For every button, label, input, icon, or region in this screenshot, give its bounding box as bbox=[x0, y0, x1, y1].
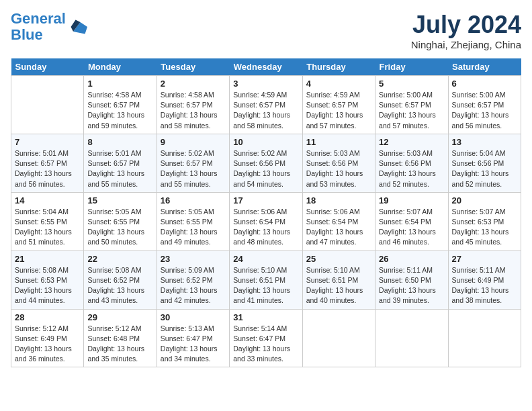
day-cell: 11Sunrise: 5:03 AM Sunset: 6:56 PM Dayli… bbox=[302, 134, 375, 192]
day-number: 23 bbox=[161, 254, 226, 264]
day-number: 17 bbox=[233, 195, 298, 205]
day-number: 14 bbox=[15, 195, 80, 205]
day-cell: 3Sunrise: 4:59 AM Sunset: 6:57 PM Daylig… bbox=[230, 76, 302, 134]
day-number: 4 bbox=[306, 79, 371, 89]
logo-line2: Blue bbox=[11, 26, 43, 43]
day-number: 21 bbox=[15, 254, 80, 264]
day-cell: 26Sunrise: 5:11 AM Sunset: 6:50 PM Dayli… bbox=[375, 250, 448, 309]
day-number: 9 bbox=[161, 137, 226, 147]
day-number: 27 bbox=[452, 254, 517, 264]
day-cell: 30Sunrise: 5:13 AM Sunset: 6:47 PM Dayli… bbox=[157, 309, 229, 367]
weekday-header-row: SundayMondayTuesdayWednesdayThursdayFrid… bbox=[11, 58, 521, 76]
day-number: 24 bbox=[233, 254, 298, 264]
day-info: Sunrise: 5:02 AM Sunset: 6:57 PM Dayligh… bbox=[161, 148, 226, 189]
day-cell: 4Sunrise: 4:59 AM Sunset: 6:57 PM Daylig… bbox=[302, 76, 375, 134]
logo-icon bbox=[69, 17, 87, 36]
weekday-header-sunday: Sunday bbox=[11, 58, 84, 76]
day-cell: 10Sunrise: 5:02 AM Sunset: 6:56 PM Dayli… bbox=[230, 134, 302, 192]
day-cell: 28Sunrise: 5:12 AM Sunset: 6:49 PM Dayli… bbox=[11, 309, 84, 367]
month-title: July 2024 bbox=[411, 11, 521, 39]
day-info: Sunrise: 5:07 AM Sunset: 6:54 PM Dayligh… bbox=[379, 207, 444, 248]
day-info: Sunrise: 5:05 AM Sunset: 6:55 PM Dayligh… bbox=[161, 207, 226, 248]
day-cell bbox=[375, 309, 448, 367]
day-cell: 14Sunrise: 5:04 AM Sunset: 6:55 PM Dayli… bbox=[11, 192, 84, 250]
day-info: Sunrise: 5:12 AM Sunset: 6:49 PM Dayligh… bbox=[15, 324, 80, 365]
day-number: 19 bbox=[379, 195, 444, 205]
day-cell: 7Sunrise: 5:01 AM Sunset: 6:57 PM Daylig… bbox=[11, 134, 84, 192]
day-number: 25 bbox=[306, 254, 371, 264]
day-number: 15 bbox=[87, 195, 152, 205]
day-cell: 17Sunrise: 5:06 AM Sunset: 6:54 PM Dayli… bbox=[230, 192, 302, 250]
day-number: 8 bbox=[87, 137, 152, 147]
week-row-4: 21Sunrise: 5:08 AM Sunset: 6:53 PM Dayli… bbox=[11, 250, 521, 309]
day-info: Sunrise: 5:13 AM Sunset: 6:47 PM Dayligh… bbox=[161, 324, 226, 365]
day-info: Sunrise: 5:10 AM Sunset: 6:51 PM Dayligh… bbox=[306, 265, 371, 306]
day-cell: 27Sunrise: 5:11 AM Sunset: 6:49 PM Dayli… bbox=[448, 250, 521, 309]
day-number: 30 bbox=[161, 312, 226, 322]
day-cell: 31Sunrise: 5:14 AM Sunset: 6:47 PM Dayli… bbox=[230, 309, 302, 367]
day-info: Sunrise: 5:10 AM Sunset: 6:51 PM Dayligh… bbox=[233, 265, 298, 306]
day-cell: 29Sunrise: 5:12 AM Sunset: 6:48 PM Dayli… bbox=[84, 309, 157, 367]
day-number: 7 bbox=[15, 137, 80, 147]
day-number: 31 bbox=[233, 312, 298, 322]
weekday-header-friday: Friday bbox=[375, 58, 448, 76]
day-info: Sunrise: 5:14 AM Sunset: 6:47 PM Dayligh… bbox=[233, 324, 298, 365]
day-cell: 19Sunrise: 5:07 AM Sunset: 6:54 PM Dayli… bbox=[375, 192, 448, 250]
day-cell: 2Sunrise: 4:58 AM Sunset: 6:57 PM Daylig… bbox=[157, 76, 229, 134]
day-number: 18 bbox=[306, 195, 371, 205]
day-cell: 24Sunrise: 5:10 AM Sunset: 6:51 PM Dayli… bbox=[230, 250, 302, 309]
day-info: Sunrise: 5:04 AM Sunset: 6:55 PM Dayligh… bbox=[15, 207, 80, 248]
logo-text: General Blue bbox=[11, 11, 66, 43]
day-number: 11 bbox=[306, 137, 371, 147]
day-number: 29 bbox=[87, 312, 152, 322]
day-info: Sunrise: 5:01 AM Sunset: 6:57 PM Dayligh… bbox=[87, 148, 152, 189]
title-block: July 2024 Ninghai, Zhejiang, China bbox=[411, 11, 521, 50]
day-number: 20 bbox=[452, 195, 517, 205]
day-cell bbox=[11, 76, 84, 134]
weekday-header-thursday: Thursday bbox=[302, 58, 375, 76]
day-number: 12 bbox=[379, 137, 444, 147]
location: Ninghai, Zhejiang, China bbox=[411, 39, 521, 50]
day-number: 16 bbox=[161, 195, 226, 205]
day-cell: 22Sunrise: 5:08 AM Sunset: 6:52 PM Dayli… bbox=[84, 250, 157, 309]
weekday-header-saturday: Saturday bbox=[448, 58, 521, 76]
logo: General Blue bbox=[11, 11, 87, 43]
day-number: 3 bbox=[233, 79, 298, 89]
day-info: Sunrise: 4:58 AM Sunset: 6:57 PM Dayligh… bbox=[87, 90, 152, 131]
day-info: Sunrise: 5:08 AM Sunset: 6:53 PM Dayligh… bbox=[15, 265, 80, 306]
day-number: 1 bbox=[87, 79, 152, 89]
day-info: Sunrise: 5:12 AM Sunset: 6:48 PM Dayligh… bbox=[87, 324, 152, 365]
day-cell: 1Sunrise: 4:58 AM Sunset: 6:57 PM Daylig… bbox=[84, 76, 157, 134]
day-info: Sunrise: 5:06 AM Sunset: 6:54 PM Dayligh… bbox=[233, 207, 298, 248]
day-cell: 13Sunrise: 5:04 AM Sunset: 6:56 PM Dayli… bbox=[448, 134, 521, 192]
page-header: General Blue July 2024 Ninghai, Zhejiang… bbox=[11, 11, 521, 50]
logo-line1: General bbox=[11, 10, 66, 27]
day-info: Sunrise: 5:06 AM Sunset: 6:54 PM Dayligh… bbox=[306, 207, 371, 248]
day-number: 28 bbox=[15, 312, 80, 322]
day-number: 6 bbox=[452, 79, 517, 89]
day-info: Sunrise: 5:03 AM Sunset: 6:56 PM Dayligh… bbox=[379, 148, 444, 189]
day-cell bbox=[302, 309, 375, 367]
day-number: 10 bbox=[233, 137, 298, 147]
day-number: 2 bbox=[161, 79, 226, 89]
day-cell: 18Sunrise: 5:06 AM Sunset: 6:54 PM Dayli… bbox=[302, 192, 375, 250]
day-info: Sunrise: 5:03 AM Sunset: 6:56 PM Dayligh… bbox=[306, 148, 371, 189]
day-cell: 12Sunrise: 5:03 AM Sunset: 6:56 PM Dayli… bbox=[375, 134, 448, 192]
weekday-header-monday: Monday bbox=[84, 58, 157, 76]
day-cell: 16Sunrise: 5:05 AM Sunset: 6:55 PM Dayli… bbox=[157, 192, 229, 250]
day-info: Sunrise: 5:09 AM Sunset: 6:52 PM Dayligh… bbox=[161, 265, 226, 306]
day-info: Sunrise: 5:11 AM Sunset: 6:50 PM Dayligh… bbox=[379, 265, 444, 306]
day-cell: 20Sunrise: 5:07 AM Sunset: 6:53 PM Dayli… bbox=[448, 192, 521, 250]
day-info: Sunrise: 5:11 AM Sunset: 6:49 PM Dayligh… bbox=[452, 265, 517, 306]
day-number: 13 bbox=[452, 137, 517, 147]
day-cell bbox=[448, 309, 521, 367]
day-info: Sunrise: 5:04 AM Sunset: 6:56 PM Dayligh… bbox=[452, 148, 517, 189]
day-info: Sunrise: 4:58 AM Sunset: 6:57 PM Dayligh… bbox=[161, 90, 226, 131]
day-info: Sunrise: 5:01 AM Sunset: 6:57 PM Dayligh… bbox=[15, 148, 80, 189]
day-cell: 9Sunrise: 5:02 AM Sunset: 6:57 PM Daylig… bbox=[157, 134, 229, 192]
day-info: Sunrise: 5:02 AM Sunset: 6:56 PM Dayligh… bbox=[233, 148, 298, 189]
weekday-header-tuesday: Tuesday bbox=[157, 58, 229, 76]
day-number: 22 bbox=[87, 254, 152, 264]
day-number: 26 bbox=[379, 254, 444, 264]
calendar-table: SundayMondayTuesdayWednesdayThursdayFrid… bbox=[11, 58, 521, 367]
